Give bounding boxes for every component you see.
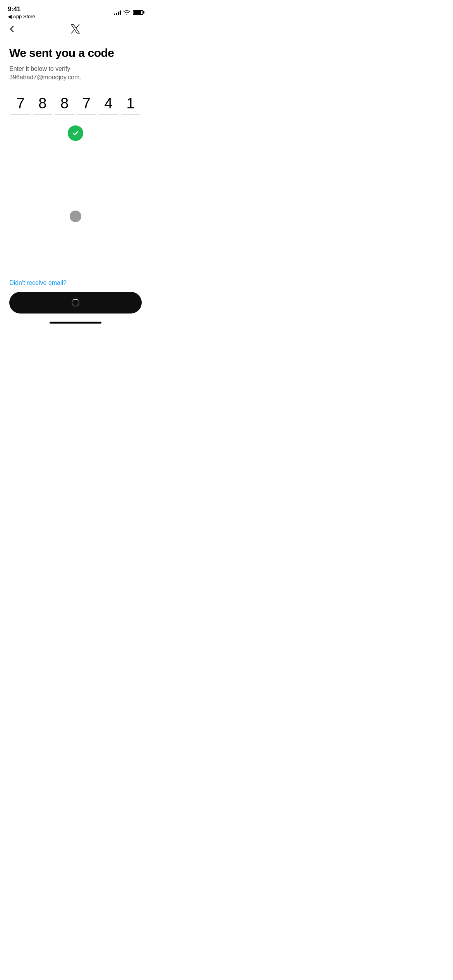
didnt-receive-link[interactable]: Didn't receive email? [9,279,142,286]
loading-area [9,211,142,222]
nav-bar [0,19,151,39]
button-spinner-icon [72,299,79,307]
digit-underline-6 [121,114,140,115]
wifi-icon [124,10,130,15]
status-app-store: ◀ App Store [8,14,35,19]
page-heading: We sent you a code [9,46,142,59]
bottom-area: Didn't receive email? [0,279,151,327]
page-subtext: Enter it below to verify 396abad7@moodjo… [9,65,142,82]
next-button[interactable] [9,292,142,314]
code-digit-2: 8 [33,96,52,115]
code-digit-5: 4 [99,96,118,115]
status-bar: 9:41 ◀ App Store [0,0,151,19]
digit-underline-2 [33,114,52,115]
x-logo-icon [69,23,82,35]
back-arrow-icon: ◀ [8,14,12,19]
battery-icon [133,10,143,15]
checkmark-container [9,125,142,141]
main-content: We sent you a code Enter it below to ver… [0,39,151,222]
back-button[interactable] [8,25,16,33]
code-digit-6: 1 [121,96,140,115]
code-digit-3: 8 [55,96,74,115]
digit-underline-5 [99,114,118,115]
digit-underline-4 [77,114,96,115]
success-checkmark-icon [68,125,83,141]
home-indicator [50,322,101,324]
status-time: 9:41 [8,5,21,13]
code-input-row: 7 8 8 7 4 1 [9,96,142,115]
status-right [114,10,143,15]
status-left: 9:41 ◀ App Store [8,5,35,19]
loading-dot-icon [70,211,81,222]
code-digit-1: 7 [11,96,30,115]
digit-underline-1 [11,114,30,115]
digit-underline-3 [55,114,74,115]
signal-bars-icon [114,10,121,15]
code-digit-4: 7 [77,96,96,115]
